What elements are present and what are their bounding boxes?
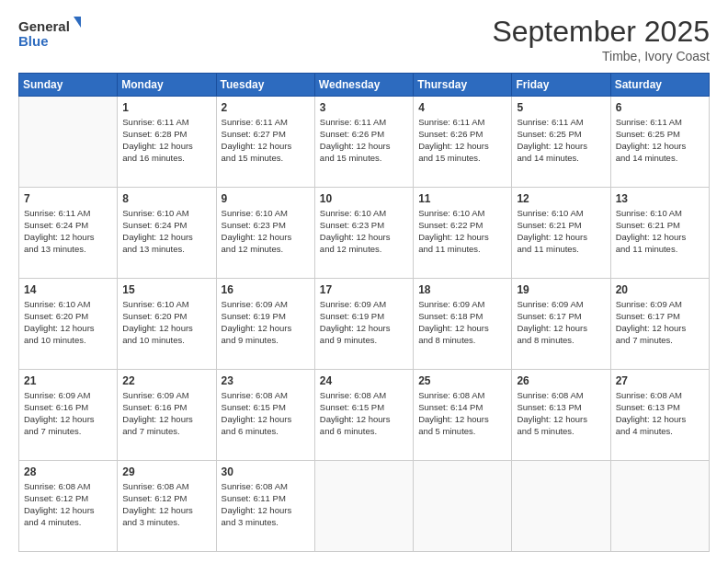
day-number: 24 [320,373,408,388]
day-number: 17 [320,282,408,297]
calendar-cell: 23Sunrise: 6:08 AMSunset: 6:15 PMDayligh… [216,370,314,461]
calendar-cell: 28Sunrise: 6:08 AMSunset: 6:12 PMDayligh… [19,461,118,552]
week-row-1: 7Sunrise: 6:11 AMSunset: 6:24 PMDaylight… [19,188,710,279]
day-number: 4 [418,100,506,115]
day-number: 29 [122,465,210,479]
month-title: September 2025 [492,15,710,49]
calendar-cell: 26Sunrise: 6:08 AMSunset: 6:13 PMDayligh… [512,370,610,461]
calendar-cell: 29Sunrise: 6:08 AMSunset: 6:12 PMDayligh… [118,461,216,552]
day-number: 6 [616,100,704,115]
day-number: 28 [24,465,112,479]
day-number: 27 [616,373,704,388]
day-number: 14 [24,282,112,297]
day-number: 22 [122,373,210,388]
calendar-cell: 15Sunrise: 6:10 AMSunset: 6:20 PMDayligh… [118,279,216,370]
week-row-4: 28Sunrise: 6:08 AMSunset: 6:12 PMDayligh… [19,461,710,552]
calendar-cell: 3Sunrise: 6:11 AMSunset: 6:26 PMDaylight… [314,97,413,188]
calendar-cell: 12Sunrise: 6:10 AMSunset: 6:21 PMDayligh… [512,188,610,279]
calendar-cell: 10Sunrise: 6:10 AMSunset: 6:23 PMDayligh… [314,188,413,279]
week-row-2: 14Sunrise: 6:10 AMSunset: 6:20 PMDayligh… [19,279,710,370]
calendar-cell: 20Sunrise: 6:09 AMSunset: 6:17 PMDayligh… [610,279,709,370]
col-header-wednesday: Wednesday [314,74,413,97]
day-number: 23 [222,373,310,388]
header-row: SundayMondayTuesdayWednesdayThursdayFrid… [19,74,710,97]
col-header-thursday: Thursday [414,74,512,97]
calendar-cell: 21Sunrise: 6:09 AMSunset: 6:16 PMDayligh… [19,370,118,461]
calendar-cell: 14Sunrise: 6:10 AMSunset: 6:20 PMDayligh… [19,279,118,370]
calendar-cell: 11Sunrise: 6:10 AMSunset: 6:22 PMDayligh… [414,188,512,279]
day-number: 2 [222,100,310,115]
header: General Blue September 2025 Timbe, Ivory… [18,15,710,63]
day-number: 30 [222,465,310,479]
col-header-sunday: Sunday [19,74,118,97]
calendar-cell: 1Sunrise: 6:11 AMSunset: 6:28 PMDaylight… [118,97,216,188]
calendar-cell: 13Sunrise: 6:10 AMSunset: 6:21 PMDayligh… [610,188,709,279]
day-number: 19 [517,282,605,297]
calendar-cell [314,461,413,552]
calendar-cell: 22Sunrise: 6:09 AMSunset: 6:16 PMDayligh… [118,370,216,461]
day-number: 25 [418,373,506,388]
col-header-friday: Friday [512,74,610,97]
day-number: 26 [517,373,605,388]
col-header-tuesday: Tuesday [216,74,314,97]
calendar-cell [512,461,610,552]
calendar-cell: 30Sunrise: 6:08 AMSunset: 6:11 PMDayligh… [216,461,314,552]
calendar-cell: 16Sunrise: 6:09 AMSunset: 6:19 PMDayligh… [216,279,314,370]
day-number: 18 [418,282,506,297]
calendar-cell: 7Sunrise: 6:11 AMSunset: 6:24 PMDaylight… [19,188,118,279]
day-number: 21 [24,373,112,388]
week-row-3: 21Sunrise: 6:09 AMSunset: 6:16 PMDayligh… [19,370,710,461]
calendar-cell: 24Sunrise: 6:08 AMSunset: 6:15 PMDayligh… [314,370,413,461]
day-number: 10 [320,191,408,206]
day-number: 11 [418,191,506,206]
day-number: 20 [616,282,704,297]
calendar-cell: 9Sunrise: 6:10 AMSunset: 6:23 PMDaylight… [216,188,314,279]
day-number: 8 [122,191,210,206]
day-number: 7 [24,191,112,206]
calendar-cell: 19Sunrise: 6:09 AMSunset: 6:17 PMDayligh… [512,279,610,370]
calendar-cell: 2Sunrise: 6:11 AMSunset: 6:27 PMDaylight… [216,97,314,188]
calendar-cell: 18Sunrise: 6:09 AMSunset: 6:18 PMDayligh… [414,279,512,370]
day-number: 13 [616,191,704,206]
svg-marker-1 [74,17,81,28]
col-header-monday: Monday [118,74,216,97]
day-number: 9 [222,191,310,206]
svg-text:General: General [18,18,70,34]
title-block: September 2025 Timbe, Ivory Coast [492,15,710,63]
day-number: 16 [222,282,310,297]
day-number: 3 [320,100,408,115]
calendar-cell [19,97,118,188]
day-number: 5 [517,100,605,115]
page: General Blue September 2025 Timbe, Ivory… [0,0,728,563]
day-number: 15 [122,282,210,297]
calendar-table: SundayMondayTuesdayWednesdayThursdayFrid… [18,73,710,552]
calendar-cell: 25Sunrise: 6:08 AMSunset: 6:14 PMDayligh… [414,370,512,461]
week-row-0: 1Sunrise: 6:11 AMSunset: 6:28 PMDaylight… [19,97,710,188]
calendar-cell: 4Sunrise: 6:11 AMSunset: 6:26 PMDaylight… [414,97,512,188]
col-header-saturday: Saturday [610,74,709,97]
logo: General Blue [18,15,83,52]
subtitle: Timbe, Ivory Coast [492,49,710,63]
calendar-cell [414,461,512,552]
day-number: 1 [122,100,210,115]
calendar-cell: 6Sunrise: 6:11 AMSunset: 6:25 PMDaylight… [610,97,709,188]
calendar-cell: 17Sunrise: 6:09 AMSunset: 6:19 PMDayligh… [314,279,413,370]
calendar-cell [610,461,709,552]
day-number: 12 [517,191,605,206]
calendar-cell: 27Sunrise: 6:08 AMSunset: 6:13 PMDayligh… [610,370,709,461]
calendar-cell: 8Sunrise: 6:10 AMSunset: 6:24 PMDaylight… [118,188,216,279]
svg-text:Blue: Blue [18,33,49,49]
logo-svg: General Blue [18,15,83,52]
calendar-cell: 5Sunrise: 6:11 AMSunset: 6:25 PMDaylight… [512,97,610,188]
